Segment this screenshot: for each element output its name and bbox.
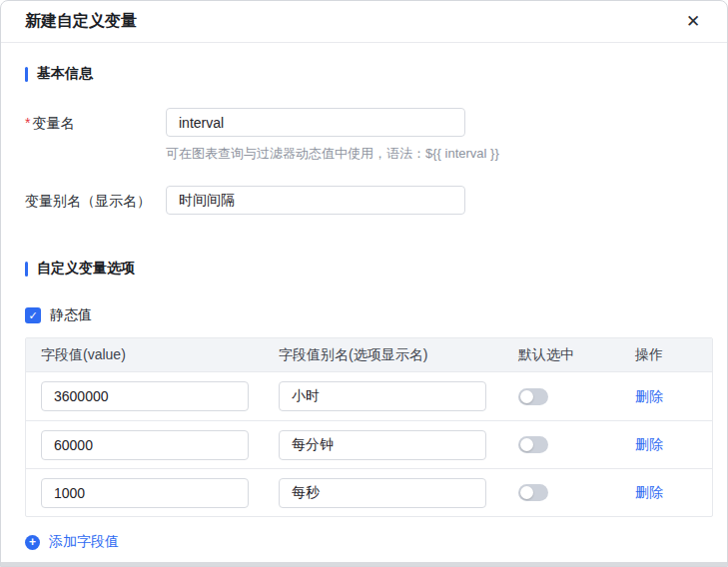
col-header-default: 默认选中 [503,346,620,364]
static-value-label: 静态值 [50,306,92,324]
static-value-checkbox[interactable]: ✓ [25,307,41,323]
add-field-value-label[interactable]: 添加字段值 [49,533,119,551]
delete-row-link[interactable]: 删除 [635,436,663,452]
close-icon[interactable]: ✕ [683,12,703,32]
toggle-knob [520,486,533,499]
section-basic-info: 基本信息 [25,65,703,83]
section-variable-options-label: 自定义变量选项 [37,260,135,278]
plus-circle-icon[interactable]: + [25,535,40,550]
delete-row-link[interactable]: 删除 [635,388,663,404]
default-selected-toggle[interactable] [518,388,548,405]
delete-row-link[interactable]: 删除 [635,484,663,500]
col-header-alias: 字段值别名(选项显示名) [264,346,503,364]
table-row: 删除 [26,468,712,516]
default-selected-toggle[interactable] [518,484,548,501]
variable-name-help-text: 可在图表查询与过滤器动态值中使用，语法：${{ interval }} [166,145,499,163]
required-asterisk: * [25,115,30,131]
row-alias-input[interactable] [279,478,486,508]
col-header-action: 操作 [620,346,712,364]
variable-alias-label: 变量别名（显示名） [25,186,166,216]
variable-name-label: *变量名 [25,108,166,138]
row-alias-input[interactable] [279,430,486,460]
bottom-cutoff-strip [1,562,727,566]
section-accent-bar [25,262,28,277]
row-value-input[interactable] [41,381,249,411]
form-row-variable-name: *变量名 可在图表查询与过滤器动态值中使用，语法：${{ interval }} [25,108,703,163]
section-basic-info-label: 基本信息 [37,65,93,83]
row-alias-input[interactable] [279,381,486,411]
form-row-variable-alias: 变量别名（显示名） [25,186,703,216]
static-value-option: ✓ 静态值 [25,306,703,324]
section-accent-bar [25,67,28,82]
section-variable-options: 自定义变量选项 [25,260,703,278]
dialog-title: 新建自定义变量 [25,11,137,32]
row-value-input[interactable] [41,478,249,508]
table-row: 删除 [26,372,712,420]
toggle-knob [520,390,533,403]
dialog-body: 基本信息 *变量名 可在图表查询与过滤器动态值中使用，语法：${{ interv… [1,65,727,567]
add-field-value-row[interactable]: + 添加字段值 [25,533,703,551]
default-selected-toggle[interactable] [518,436,548,453]
variable-alias-input[interactable] [166,186,465,215]
variable-name-input[interactable] [166,108,465,137]
dialog-header: 新建自定义变量 ✕ [1,1,727,43]
col-header-value: 字段值(value) [26,346,264,364]
static-values-table: 字段值(value) 字段值别名(选项显示名) 默认选中 操作 删除 删除 [25,337,713,517]
variable-name-label-text: 变量名 [32,115,74,131]
table-header-row: 字段值(value) 字段值别名(选项显示名) 默认选中 操作 [26,338,712,372]
new-custom-variable-dialog: 新建自定义变量 ✕ 基本信息 *变量名 可在图表查询与过滤器动态值中使用，语法：… [0,0,728,567]
table-row: 删除 [26,420,712,468]
toggle-knob [520,438,533,451]
row-value-input[interactable] [41,430,249,460]
